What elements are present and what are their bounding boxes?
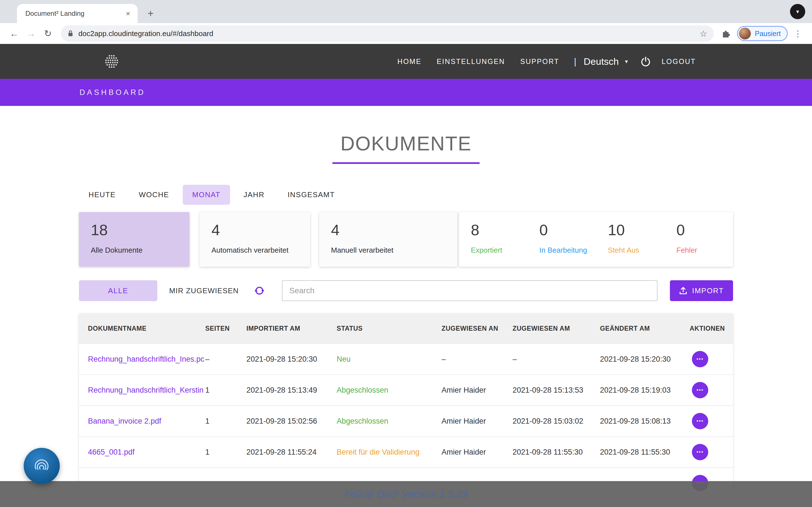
doc-name-link[interactable]: 4665_001.pdf <box>88 448 205 457</box>
row-actions-button[interactable]: ••• <box>692 444 708 460</box>
version-text: Fellow Doc² Version 1.5.29 <box>344 489 468 500</box>
doc-name-link[interactable]: Banana_invoice 2.pdf <box>88 417 205 426</box>
back-button[interactable]: ← <box>6 25 22 42</box>
stat-in-bearbeitung[interactable]: 0 In Bearbeitung <box>527 212 596 267</box>
cell-modified: 2021-09-28 15:08:13 <box>600 417 690 426</box>
nav-einstellungen[interactable]: EINSTELLUNGEN <box>437 57 505 66</box>
dashboard-banner: DASHBOARD <box>0 79 812 106</box>
tab-close-icon[interactable]: × <box>123 8 133 18</box>
table-header: DOKUMENTNAME SEITEN IMPORTIERT AM STATUS… <box>79 314 733 343</box>
col-dokumentname: DOKUMENTNAME <box>88 325 205 332</box>
logout-button[interactable]: LOGOUT <box>662 57 696 66</box>
tab-heute[interactable]: HEUTE <box>79 185 125 205</box>
import-button[interactable]: IMPORT <box>670 280 733 301</box>
table-row[interactable]: Banana_invoice 2.pdf 1 2021-09-28 15:02:… <box>79 405 733 436</box>
cell-assigned-at: 2021-09-28 15:03:02 <box>513 417 600 426</box>
nav-home[interactable]: HOME <box>398 57 421 66</box>
filter-mir-zugewiesen-button[interactable]: MIR ZUGEWIESEN <box>169 286 239 295</box>
col-zugewiesen-am: ZUGEWIESEN AM <box>513 325 600 332</box>
cell-assigned-at: 2021-09-28 11:55:30 <box>513 448 600 457</box>
stat-exportiert[interactable]: 8 Exportiert <box>459 212 527 267</box>
browser-menu-kebab-icon[interactable]: ⋮ <box>792 29 804 39</box>
upload-icon <box>679 287 687 295</box>
row-actions-button[interactable]: ••• <box>692 382 708 398</box>
row-actions-button[interactable]: ••• <box>692 351 708 367</box>
extensions-icon[interactable] <box>718 29 733 38</box>
cell-assigned-to: Amier Haider <box>442 386 513 395</box>
language-selector[interactable]: Deutsch <box>583 56 619 67</box>
import-label: IMPORT <box>692 286 724 295</box>
stat-fehler[interactable]: 0 Fehler <box>665 212 733 267</box>
cell-imported: 2021-09-28 15:20:30 <box>246 355 337 363</box>
documents-table: DOKUMENTNAME SEITEN IMPORTIERT AM STATUS… <box>79 314 733 498</box>
cell-pages: 1 <box>205 417 246 426</box>
stat-value: 4 <box>331 221 457 238</box>
cell-assigned-to: Amier Haider <box>442 448 513 457</box>
stat-value: 8 <box>471 221 527 238</box>
nav-support[interactable]: SUPPORT <box>520 57 559 66</box>
version-footer: Fellow Doc² Version 1.5.29 <box>0 481 812 507</box>
stat-card-automatisch[interactable]: 4 Automatisch verarbeitet <box>200 212 310 267</box>
stat-card-alle-dokumente[interactable]: 18 Alle Dokumente <box>79 212 190 267</box>
search-input[interactable] <box>282 280 658 301</box>
browser-tab[interactable]: Document² Landing × <box>17 4 138 23</box>
refresh-button[interactable] <box>254 285 265 296</box>
reload-button[interactable]: ↻ <box>40 25 56 42</box>
stat-card-manuell[interactable]: 4 Manuell verarbeitet <box>319 212 457 267</box>
filter-row: ALLE MIR ZUGEWIESEN IMPORT <box>79 280 733 301</box>
forward-button[interactable]: → <box>22 25 40 42</box>
col-aktionen: AKTIONEN <box>690 325 733 332</box>
app-logo <box>102 54 121 69</box>
cell-status: Abgeschlossen <box>337 417 442 426</box>
cell-assigned-at: 2021-09-28 15:13:53 <box>513 386 600 395</box>
chevron-down-icon: ▾ <box>796 8 799 15</box>
cell-assigned-to: – <box>442 355 513 363</box>
stat-label: Automatisch verarbeitet <box>211 246 310 255</box>
period-tabs: HEUTE WOCHE MONAT JAHR INSGESAMT <box>79 185 733 205</box>
doc-name-link[interactable]: Rechnung_handschriftlich_Kerstin <box>88 386 205 395</box>
stat-value: 0 <box>676 221 733 238</box>
avatar <box>739 27 751 40</box>
power-button[interactable] <box>640 56 651 67</box>
tab-monat[interactable]: MONAT <box>183 185 230 205</box>
url-text: doc2app.cloudintegration.eu/#/dashboard <box>79 29 695 38</box>
address-bar[interactable]: doc2app.cloudintegration.eu/#/dashboard … <box>61 25 714 42</box>
cell-modified: 2021-09-28 15:20:30 <box>600 355 690 363</box>
stat-label: Manuell verarbeitet <box>331 246 457 255</box>
cell-pages: – <box>205 355 246 363</box>
stat-steht-aus[interactable]: 10 Steht Aus <box>596 212 665 267</box>
stat-value: 4 <box>211 221 310 238</box>
row-actions-button[interactable]: ••• <box>692 413 708 429</box>
profile-badge[interactable]: Pausiert <box>737 26 788 41</box>
tab-strip: Document² Landing × + ▾ <box>0 0 812 23</box>
cell-modified: 2021-09-28 11:55:30 <box>600 448 690 457</box>
table-row[interactable]: Rechnung_handschriftlich_Kerstin 1 2021-… <box>79 374 733 405</box>
tab-title: Document² Landing <box>26 10 123 17</box>
tab-jahr[interactable]: JAHR <box>234 185 274 205</box>
col-zugewiesen-an: ZUGEWIESEN AN <box>442 325 513 332</box>
nav-separator: | <box>574 56 576 67</box>
breadcrumb: DASHBOARD <box>80 88 146 97</box>
col-geaendert-am: GEÄNDERT AM <box>600 325 690 332</box>
browser-toolbar: ← → ↻ doc2app.cloudintegration.eu/#/dash… <box>0 23 812 44</box>
table-row[interactable]: 4665_001.pdf 1 2021-09-28 11:55:24 Berei… <box>79 436 733 467</box>
new-tab-button[interactable]: + <box>143 6 158 21</box>
caret-down-icon[interactable]: ▾ <box>625 58 628 65</box>
bookmark-star-icon[interactable]: ☆ <box>700 29 707 39</box>
cell-assigned-to: Amier Haider <box>442 417 513 426</box>
stat-label: In Bearbeitung <box>539 246 596 255</box>
fingerprint-button[interactable] <box>24 448 60 484</box>
tab-woche[interactable]: WOCHE <box>129 185 179 205</box>
stat-label: Alle Dokumente <box>91 246 190 255</box>
filter-alle-button[interactable]: ALLE <box>79 280 157 301</box>
stat-value: 18 <box>91 221 190 238</box>
app-nav: HOME EINSTELLUNGEN SUPPORT | Deutsch ▾ L… <box>0 44 812 79</box>
stat-value: 0 <box>539 221 596 238</box>
cell-pages: 1 <box>205 386 246 395</box>
tab-insgesamt[interactable]: INSGESAMT <box>278 185 345 205</box>
ellipsis-icon: ••• <box>697 418 704 424</box>
table-row[interactable]: Rechnung_handschriftlich_Ines.pc – 2021-… <box>79 343 733 374</box>
doc-name-link[interactable]: Rechnung_handschriftlich_Ines.pc <box>88 355 205 363</box>
tab-search-button[interactable]: ▾ <box>790 4 805 19</box>
cell-status: Neu <box>337 355 442 363</box>
